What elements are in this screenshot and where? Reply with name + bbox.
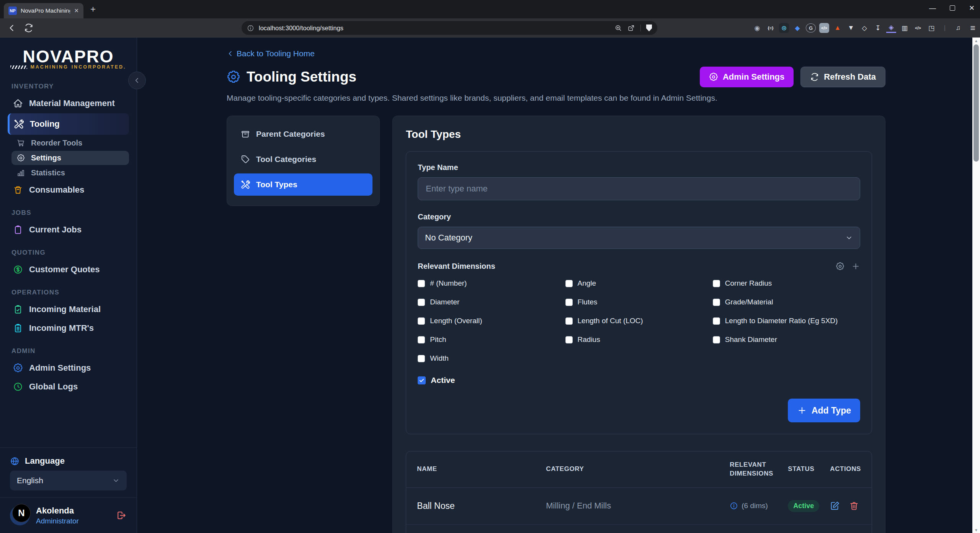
browser-tabstrip: NP NovaPro Machining ✕ + — ✕: [0, 0, 980, 18]
nextjs-dev-badge[interactable]: N: [12, 504, 31, 522]
brand-tagline-2: INCORPORATED.: [72, 64, 126, 70]
tab-close-icon[interactable]: ✕: [74, 7, 79, 14]
checkbox-unchecked[interactable]: [565, 299, 573, 306]
cursor-extension[interactable]: ◉: [752, 23, 762, 33]
url-bar[interactable]: localhost:3000/tooling/settings: [242, 21, 657, 35]
sidebar-item[interactable]: Customer Quotes: [8, 261, 129, 278]
page-scrollbar[interactable]: ▲ ▼: [972, 38, 980, 533]
scrollbar-thumb[interactable]: [973, 44, 979, 162]
window-maximize-icon[interactable]: [950, 5, 955, 11]
dimension-option[interactable]: Length to Diameter Ratio (Eg 5XD): [713, 317, 860, 325]
scroll-down-arrow[interactable]: ▼: [972, 527, 980, 533]
dimension-option[interactable]: Angle: [565, 279, 713, 288]
browser-tab[interactable]: NP NovaPro Machining ✕: [4, 3, 83, 18]
checkbox-unchecked[interactable]: [713, 336, 720, 343]
sidebar-item[interactable]: Incoming MTR's: [8, 319, 129, 337]
checkbox-unchecked[interactable]: [565, 317, 573, 325]
trash-extension[interactable]: ▥: [900, 23, 910, 33]
checkbox-unchecked[interactable]: [713, 317, 720, 325]
logout-icon[interactable]: [116, 510, 127, 521]
dimension-option[interactable]: Length (Overall): [418, 317, 565, 325]
sidebar-item[interactable]: Tooling: [8, 113, 129, 135]
dimension-option[interactable]: Pitch: [418, 335, 565, 344]
sidebar-item[interactable]: Material Management: [8, 95, 129, 112]
sidebar-item[interactable]: Global Logs: [8, 378, 129, 396]
url-text[interactable]: localhost:3000/tooling/settings: [259, 25, 614, 32]
sidebar-item[interactable]: Incoming Material: [8, 301, 129, 318]
puzzle-extension[interactable]: ◆: [792, 23, 802, 33]
checkbox-unchecked[interactable]: [418, 299, 425, 306]
dimension-option[interactable]: Flutes: [565, 298, 713, 306]
language-select[interactable]: English: [10, 471, 127, 490]
checkbox-checked[interactable]: [418, 376, 426, 384]
dimension-option[interactable]: Diameter: [418, 298, 565, 306]
type-name-input[interactable]: [418, 177, 860, 200]
sidebar-item[interactable]: Settings: [11, 151, 129, 165]
code-extension[interactable]: </>: [913, 23, 923, 33]
grammarly-extension[interactable]: G: [806, 23, 816, 33]
settings-tab[interactable]: Tool Categories: [234, 148, 372, 170]
page-title: Tooling Settings: [247, 69, 356, 85]
checkbox-unchecked[interactable]: [565, 336, 573, 343]
browser-menu-icon[interactable]: ≡: [970, 23, 975, 33]
add-type-button[interactable]: Add Type: [788, 399, 860, 422]
shield-extension[interactable]: ▼: [846, 23, 856, 33]
new-tab-button[interactable]: +: [90, 4, 96, 15]
add-dimension-plus-icon[interactable]: [851, 262, 860, 271]
back-icon[interactable]: [7, 23, 17, 33]
scroll-up-arrow[interactable]: ▲: [972, 38, 980, 44]
sidebar-item[interactable]: Admin Settings: [8, 359, 129, 377]
table-header: NAME CATEGORY RELEVANT DIMENSIONS STATUS…: [406, 451, 872, 488]
react-devtools-extension[interactable]: ⊛: [779, 23, 789, 33]
dimension-option[interactable]: Grade/Material: [713, 298, 860, 306]
category-select[interactable]: No Category: [418, 227, 860, 249]
sidebar-item[interactable]: Reorder Tools: [11, 136, 129, 150]
refresh-data-button[interactable]: Refresh Data: [800, 67, 885, 87]
dimension-option[interactable]: Corner Radius: [713, 279, 860, 288]
tool-types-panel: Tool Types Type Name Category No Categor…: [392, 116, 885, 533]
checkbox-unchecked[interactable]: [713, 299, 720, 306]
graduation-cap-extension[interactable]: ▲: [833, 23, 843, 33]
share-icon[interactable]: [627, 24, 635, 32]
dimension-option[interactable]: Length of Cut (LOC): [565, 317, 713, 325]
toolbar-separator[interactable]: |: [940, 23, 950, 33]
refresh-icon[interactable]: [24, 23, 34, 33]
admin-settings-button[interactable]: Admin Settings: [700, 67, 794, 87]
info-icon[interactable]: [730, 502, 738, 510]
sidebar-item[interactable]: Consumables: [8, 181, 129, 199]
page-subtitle: Manage tooling-specific categories and t…: [227, 93, 885, 103]
zoom-icon[interactable]: [614, 24, 622, 32]
manage-dimensions-gear-icon[interactable]: [836, 262, 844, 271]
window-minimize-icon[interactable]: —: [929, 4, 936, 12]
chart-icon: [17, 169, 25, 177]
sidebar-item[interactable]: Statistics: [11, 166, 129, 180]
active-toggle[interactable]: Active: [418, 376, 860, 385]
site-info-icon[interactable]: [247, 25, 254, 32]
checkbox-unchecked[interactable]: [713, 280, 720, 287]
brave-shield-icon[interactable]: [646, 25, 652, 31]
checkbox-unchecked[interactable]: [418, 317, 425, 325]
sidebar-item[interactable]: Current Jobs: [8, 221, 129, 239]
sidebar-collapse-button[interactable]: [128, 72, 146, 89]
json-formatter-extension[interactable]: {≡}: [766, 23, 776, 33]
cast-icon[interactable]: ◳: [926, 23, 936, 33]
checkbox-unchecked[interactable]: [418, 355, 425, 362]
password-key-extension[interactable]: ◈: [886, 23, 896, 33]
dimension-option[interactable]: Width: [418, 354, 565, 363]
edit-icon[interactable]: [830, 501, 840, 511]
settings-tab[interactable]: Parent Categories: [234, 123, 372, 145]
delete-icon[interactable]: [849, 501, 859, 511]
checkbox-unchecked[interactable]: [565, 280, 573, 287]
puzzle-outline-extension[interactable]: ◇: [859, 23, 869, 33]
dimension-option[interactable]: Shank Diameter: [713, 335, 860, 344]
media-control-icon[interactable]: ♫: [953, 23, 963, 33]
checkbox-unchecked[interactable]: [418, 280, 425, 287]
window-close-icon[interactable]: ✕: [969, 4, 975, 12]
download-icon[interactable]: ↧: [873, 23, 883, 33]
dimension-option[interactable]: Radius: [565, 335, 713, 344]
settings-tab[interactable]: Tool Types: [234, 173, 372, 196]
back-to-tooling-home-link[interactable]: Back to Tooling Home: [227, 49, 315, 58]
code-badge-extension[interactable]: </>: [819, 23, 829, 33]
checkbox-unchecked[interactable]: [418, 336, 425, 343]
dimension-option[interactable]: # (Number): [418, 279, 565, 288]
